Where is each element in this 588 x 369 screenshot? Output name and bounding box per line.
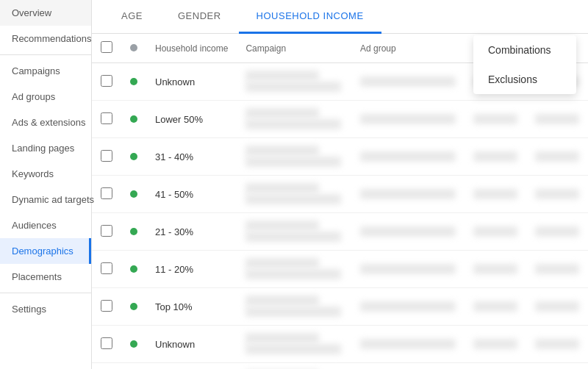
table-row: 11 - 20% [92, 363, 588, 370]
sidebar-item-placements[interactable]: Placements [0, 264, 91, 290]
row-ad-group [351, 176, 465, 213]
sidebar-item-campaigns[interactable]: Campaigns [0, 58, 91, 84]
row-checkbox-cell [92, 213, 121, 251]
sidebar-item-landing-pages[interactable]: Landing pages [0, 135, 91, 161]
tab-age[interactable]: AGE [104, 0, 160, 34]
row-clicks [526, 138, 588, 176]
row-income-label: Top 10% [146, 288, 237, 326]
row-clicks [526, 176, 588, 213]
sidebar-item-ad-groups[interactable]: Ad groups [0, 84, 91, 110]
table-row: Lower 50% [92, 101, 588, 138]
row-checkbox-cell [92, 176, 121, 213]
status-dot [130, 303, 137, 310]
dropdown-item-exclusions[interactable]: Exclusions [473, 65, 576, 94]
sidebar-item-settings[interactable]: Settings [0, 296, 91, 322]
row-income-label: 21 - 30% [146, 213, 237, 251]
sidebar-item-keywords[interactable]: Keywords [0, 161, 91, 187]
table-row: 31 - 40% [92, 138, 588, 176]
sidebar-item-overview[interactable]: Overview [0, 0, 91, 26]
row-ad-group [351, 363, 465, 370]
status-dot [130, 265, 137, 273]
th-status-dot [121, 34, 146, 63]
row-clicks [526, 101, 588, 138]
row-ad-group [351, 63, 465, 101]
row-status-cell [121, 326, 146, 363]
sidebar-item-dynamic-ad-targets[interactable]: Dynamic ad targets [0, 187, 91, 212]
row-status-text [465, 138, 526, 176]
row-checkbox[interactable] [101, 112, 112, 124]
select-all-checkbox[interactable] [101, 41, 112, 53]
sidebar-item-demographics[interactable]: Demographics [0, 238, 91, 264]
th-ad-group: Ad group [351, 34, 465, 63]
row-status-cell [121, 251, 146, 288]
tabs-container: AGE GENDER HOUSEHOLD INCOME Combinations… [92, 0, 588, 34]
table-row: 11 - 20% [92, 251, 588, 288]
sidebar: Overview Recommendations Campaigns Ad gr… [0, 0, 92, 369]
row-checkbox-cell [92, 101, 121, 138]
table-row: 41 - 50% [92, 176, 588, 213]
row-checkbox-cell [92, 363, 121, 370]
sidebar-item-audiences[interactable]: Audiences [0, 212, 91, 238]
row-status-text [465, 101, 526, 138]
row-status-text [465, 251, 526, 288]
row-campaign [237, 138, 351, 176]
sidebar-item-ads-extensions[interactable]: Ads & extensions [0, 110, 91, 135]
row-income-label: 41 - 50% [146, 176, 237, 213]
row-campaign [237, 101, 351, 138]
status-dot [130, 228, 137, 235]
main-content: AGE GENDER HOUSEHOLD INCOME Combinations… [92, 0, 588, 369]
sidebar-divider-2 [0, 293, 91, 293]
row-checkbox[interactable] [101, 300, 112, 312]
tab-household-income[interactable]: HOUSEHOLD INCOME [239, 0, 381, 34]
row-campaign [237, 251, 351, 288]
status-dot [130, 153, 137, 160]
row-clicks [526, 288, 588, 326]
row-checkbox-cell [92, 288, 121, 326]
row-checkbox[interactable] [101, 225, 112, 237]
status-dot [130, 190, 137, 198]
row-status-text [465, 176, 526, 213]
row-checkbox-cell [92, 251, 121, 288]
dropdown-item-combinations[interactable]: Combinations [473, 35, 576, 65]
row-checkbox-cell [92, 138, 121, 176]
row-income-label: 31 - 40% [146, 138, 237, 176]
row-status-text [465, 213, 526, 251]
th-select-all [92, 34, 121, 63]
sidebar-item-recommendations[interactable]: Recommendations [0, 26, 91, 51]
status-dot [130, 115, 137, 123]
row-status-cell [121, 176, 146, 213]
row-campaign [237, 288, 351, 326]
row-checkbox[interactable] [101, 187, 112, 199]
row-checkbox-cell [92, 63, 121, 101]
row-clicks [526, 326, 588, 363]
row-income-label: 11 - 20% [146, 363, 237, 370]
row-checkbox[interactable] [101, 150, 112, 162]
row-checkbox[interactable] [101, 337, 112, 349]
row-checkbox[interactable] [101, 262, 112, 274]
row-campaign [237, 63, 351, 101]
row-ad-group [351, 101, 465, 138]
row-status-cell [121, 138, 146, 176]
row-status-text [465, 288, 526, 326]
row-income-label: 11 - 20% [146, 251, 237, 288]
row-clicks [526, 363, 588, 370]
row-checkbox-cell [92, 326, 121, 363]
row-ad-group [351, 138, 465, 176]
row-ad-group [351, 288, 465, 326]
status-dot [130, 340, 137, 348]
row-clicks [526, 213, 588, 251]
sidebar-divider [0, 54, 91, 55]
tab-gender[interactable]: GENDER [160, 0, 239, 34]
row-status-cell [121, 101, 146, 138]
row-income-label: Lower 50% [146, 101, 237, 138]
row-ad-group [351, 251, 465, 288]
th-household-income: Household income [146, 34, 237, 63]
row-status-cell [121, 63, 146, 101]
row-campaign [237, 213, 351, 251]
row-checkbox[interactable] [101, 75, 112, 87]
row-campaign [237, 326, 351, 363]
row-income-label: Unknown [146, 63, 237, 101]
table-row: Unknown [92, 326, 588, 363]
table-row: 21 - 30% [92, 213, 588, 251]
dropdown-menu: Combinations Exclusions [473, 35, 576, 94]
